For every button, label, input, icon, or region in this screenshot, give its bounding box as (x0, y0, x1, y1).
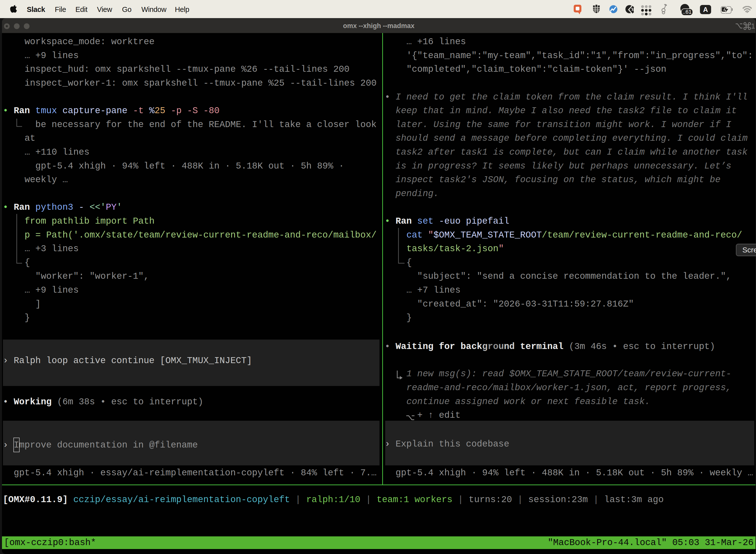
svg-text:1: 1 (751, 22, 755, 30)
